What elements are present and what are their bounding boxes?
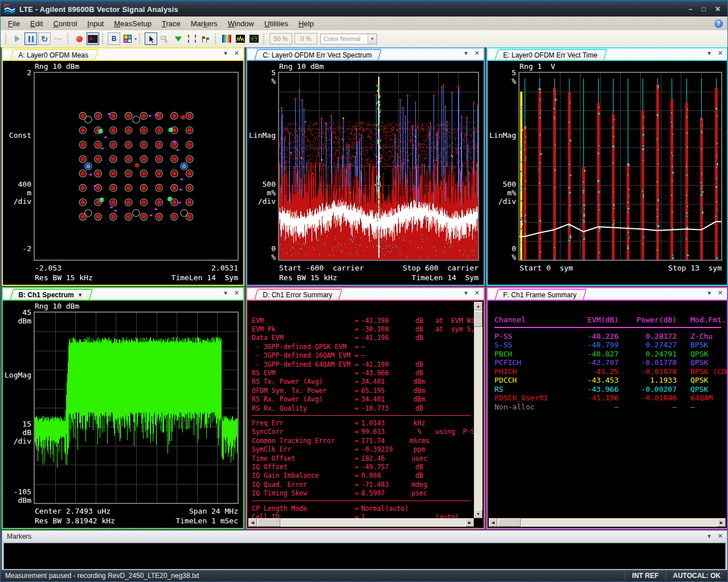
peak-marker-button[interactable] — [172, 32, 185, 45]
tab-ch1-spectrum[interactable]: B: Ch1 Spectrum▼ — [10, 289, 93, 300]
err-vect-time-plot[interactable] — [518, 72, 722, 261]
panel-collapse-icon[interactable]: ▾ — [464, 50, 468, 56]
error-summary-row: EVM Pk=-30.108dBat sym 5, sub — [252, 325, 473, 333]
scrollbar-thumb[interactable] — [498, 518, 521, 527]
scrollbar-track[interactable] — [281, 518, 465, 527]
reference-status[interactable]: INT REF — [625, 572, 666, 580]
frame-summary-cell: -40.226 — [573, 332, 619, 341]
menu-input[interactable]: Input — [82, 18, 109, 30]
scroll-down-icon[interactable]: ▼ — [474, 510, 482, 518]
scroll-right-icon[interactable]: ▶ — [717, 518, 726, 527]
pause-button[interactable] — [24, 32, 37, 45]
panel-close-icon[interactable]: ✕ — [718, 50, 723, 56]
move-marker-tool-button[interactable] — [158, 32, 171, 45]
y-axis-bottom-label: -2 — [3, 244, 31, 253]
color-mode-select[interactable]: Color Normal ▾ — [320, 34, 377, 44]
err-vect-spectrum-plot[interactable] — [278, 72, 479, 261]
playback-recording-button[interactable] — [87, 32, 99, 45]
panel-close-icon[interactable]: ✕ — [718, 533, 723, 539]
panel-collapse-icon[interactable]: ▾ — [224, 290, 227, 296]
frame-summary-cell: 0.24791 — [619, 350, 677, 358]
panel-collapse-icon[interactable]: ▾ — [707, 533, 711, 539]
offset-marker-button[interactable] — [199, 32, 212, 45]
tab-err-vect-spectrum[interactable]: C: Layer0 OFDM Err Vect Spectrum — [254, 49, 382, 60]
frame-summary-cell: PDSCH_User01 — [494, 394, 573, 402]
scroll-left-icon[interactable]: ◀ — [248, 518, 257, 527]
constellation-view-button[interactable] — [248, 32, 260, 45]
panel-close-icon[interactable]: ✕ — [234, 290, 239, 296]
error-summary-row: - 3GPP-defined 64QAM EVM=-41.199dB — [252, 360, 473, 368]
sweep-button[interactable] — [52, 32, 64, 45]
layout-grid-button[interactable] — [121, 32, 134, 45]
panel-close-icon[interactable]: ✕ — [475, 290, 480, 296]
record-button[interactable] — [73, 32, 85, 45]
error-summary-row: CP Length Mode=Normal(auto) — [252, 504, 473, 513]
column-header: Power(dB) — [619, 315, 677, 324]
minimize-icon[interactable]: – — [689, 5, 693, 13]
frame-summary-row: RS-43.966-0.00207QPSK200 — [494, 385, 721, 394]
scrollbar-thumb[interactable] — [474, 311, 482, 327]
close-icon[interactable]: ✕ — [715, 5, 721, 13]
y-axis-top-label: 45 — [3, 308, 31, 317]
combo-arrow-icon[interactable]: ▾ — [367, 34, 377, 44]
error-summary-cell: 1.0143 — [361, 419, 403, 427]
y-scale-field[interactable]: 0 % — [295, 33, 317, 44]
panel-collapse-icon[interactable]: ▾ — [707, 50, 711, 56]
error-summary-row: RS Tx. Power (Avg)=34.401dBm — [252, 378, 473, 386]
frame-summary-cell: P-SS — [494, 332, 573, 341]
tab-err-vect-time[interactable]: E: Layer0 OFDM Err Vect Time — [494, 49, 608, 60]
panel-close-icon[interactable]: ✕ — [234, 50, 239, 56]
tab-dropdown-icon[interactable]: ▼ — [78, 292, 83, 298]
spectrum-view-button[interactable] — [234, 32, 247, 45]
pointer-tool-button[interactable] — [145, 32, 157, 45]
tab-error-summary[interactable]: D: Ch1 Error Summary — [254, 289, 342, 300]
x-axis-right-label: Stop 13 sym — [668, 264, 722, 272]
tab-layer0-ofdm-meas[interactable]: A: Layer0 OFDM Meas — [10, 49, 99, 60]
scrollbar-thumb[interactable] — [257, 518, 280, 527]
scroll-right-icon[interactable]: ▶ — [465, 518, 474, 527]
spectrogram-view-button[interactable] — [220, 32, 233, 45]
scrollbar-track[interactable] — [474, 327, 482, 510]
panel-close-icon[interactable]: ✕ — [475, 50, 480, 56]
vertical-scrollbar[interactable]: ▲ ▼ — [474, 302, 482, 518]
scroll-left-icon[interactable]: ◀ — [489, 518, 497, 527]
layout-dropdown-arrow-icon[interactable]: ▾ — [134, 36, 137, 42]
menu-markers[interactable]: Markers — [186, 18, 223, 30]
autocal-status[interactable]: AUTOCAL: OK — [665, 572, 727, 580]
horizontal-scrollbar[interactable]: ◀ ▶ — [248, 518, 474, 527]
error-summary-row: - 3GPP-defined 16QAM EVM=— — [252, 351, 473, 360]
menu-help[interactable]: Help — [293, 18, 319, 30]
menu-utilities[interactable]: Utilities — [259, 18, 293, 30]
horizontal-scrollbar[interactable]: ◀ ▶ — [489, 518, 726, 527]
frame-summary-row: PHICH-45.25-0.01078BPSK (CDM)6 — [494, 367, 721, 376]
menu-window[interactable]: Window — [223, 18, 259, 30]
frame-summary-cell: PCFICH — [494, 358, 573, 367]
constellation-icon — [250, 35, 259, 43]
menu-trace[interactable]: Trace — [157, 18, 186, 30]
band-power-marker-button[interactable] — [186, 32, 198, 45]
x-scale-field[interactable]: 50 % — [269, 33, 292, 44]
panel-close-icon[interactable]: ✕ — [718, 290, 723, 296]
menu-edit[interactable]: Edit — [25, 18, 48, 30]
error-summary-cell: dB — [403, 334, 435, 342]
bold-markup-button[interactable]: B — [108, 32, 120, 45]
constellation-plot[interactable] — [34, 72, 239, 261]
frame-summary-cell: RS — [494, 385, 573, 394]
menu-file[interactable]: File — [3, 18, 25, 30]
panel-collapse-icon[interactable]: ▾ — [464, 290, 468, 296]
error-summary-row: IQ Timing Skew=8.5907psec — [252, 489, 473, 497]
help-icon[interactable]: ? — [714, 19, 723, 28]
scrollbar-track[interactable] — [521, 518, 717, 527]
menu-control[interactable]: Control — [48, 18, 82, 30]
panel-collapse-icon[interactable]: ▾ — [224, 50, 227, 56]
restart-button[interactable]: ↻ — [38, 32, 51, 45]
spectrum-plot[interactable] — [34, 312, 239, 504]
frame-summary-table: ChannelEVM(dB)Power(dB)Mod.Fmt.Num.RBP-S… — [488, 301, 727, 528]
error-summary-cell: = — [352, 395, 361, 403]
play-button[interactable] — [11, 32, 23, 45]
menu-meassetup[interactable]: MeasSetup — [109, 18, 157, 30]
maximize-icon[interactable]: □ — [702, 5, 706, 13]
panel-collapse-icon[interactable]: ▾ — [707, 290, 711, 296]
tab-frame-summary[interactable]: F: Ch1 Frame Summary — [494, 289, 587, 300]
scroll-up-icon[interactable]: ▲ — [474, 302, 482, 310]
